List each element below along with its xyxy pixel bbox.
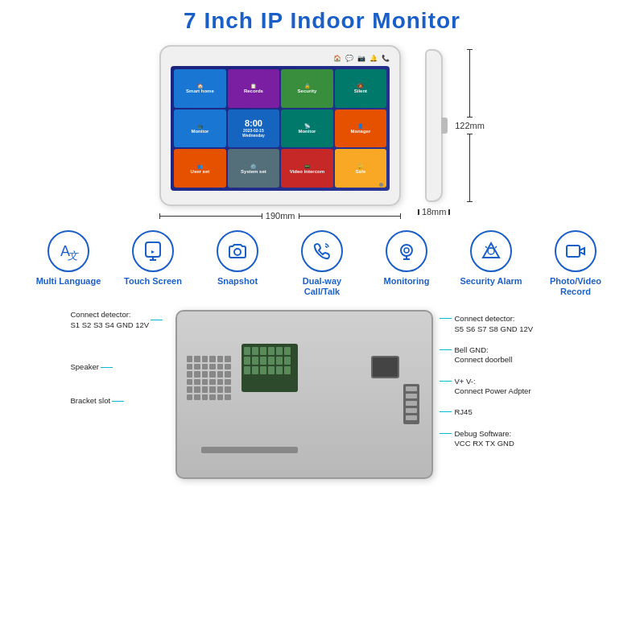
grille-28 — [209, 386, 216, 393]
grille-1 — [187, 356, 193, 362]
connect-detector-left-title: Connect detector: — [71, 310, 150, 320]
monitor-front: 🏠💬📷🔔📞 🏠Smart home 📋Records 🔒Security 🔕Si… — [159, 45, 401, 206]
connector-pin-4 — [406, 408, 417, 413]
grille-17 — [217, 371, 224, 378]
monitor-side-wrap: 122mm 18mm — [425, 49, 485, 217]
tile-smart-home: 🏠Smart home — [174, 69, 226, 108]
annotation-rj45: RJ45 — [440, 407, 574, 417]
translate-icon: A 文 — [57, 240, 80, 262]
grille-18 — [225, 371, 231, 378]
power-detail: Connect Power Adpter — [455, 386, 531, 396]
right-annotations-container: Connect detector: S5 S6 S7 S8 GND 12V Be… — [440, 310, 574, 448]
v-line-top — [469, 49, 470, 118]
back-labels-right: Connect detector: S5 S6 S7 S8 GND 12V Be… — [433, 310, 574, 448]
terminal-pin-12 — [284, 357, 291, 365]
annotation-connect-detector-right: Connect detector: S5 S6 S7 S8 GND 12V — [440, 314, 574, 334]
right-ann-line-5 — [440, 433, 452, 434]
ann-line-right-bracket — [112, 401, 124, 402]
grille-32 — [194, 394, 200, 401]
grille-4 — [209, 356, 216, 362]
top-section: 🏠💬📷🔔📞 🏠Smart home 📋Records 🔒Security 🔕Si… — [0, 39, 644, 221]
connector-pin-2 — [406, 394, 417, 398]
feature-security-alarm: Security Alarm — [453, 230, 530, 287]
svg-point-6 — [488, 248, 494, 254]
svg-point-3 — [234, 249, 241, 255]
ann-line-right-detector — [151, 320, 163, 320]
speaker-grille — [187, 356, 231, 400]
status-bar: 🏠💬📷🔔📞 — [171, 55, 390, 62]
terminal-pin-3 — [260, 347, 266, 355]
svg-line-8 — [485, 246, 487, 248]
debug-title: Debug Software: — [455, 429, 514, 439]
right-ann-line-3 — [440, 381, 452, 382]
terminal-pin-17 — [276, 366, 283, 374]
h-line-right — [299, 216, 402, 217]
tile-video-intercom: 📟Video intercom — [281, 149, 333, 188]
depth-dimension: 18mm — [425, 207, 443, 217]
monitor-side — [425, 49, 443, 202]
h-line-left — [159, 216, 262, 217]
annotation-debug: Debug Software: VCC RX TX GND — [440, 429, 574, 449]
tile-security: 🔒Security — [281, 69, 333, 108]
feature-multi-language: A 文 Multi Language — [31, 230, 107, 287]
annotation-bell-gnd: Bell GND: Connect doorbell — [440, 345, 574, 365]
grille-30 — [225, 386, 231, 393]
connect-detector-right-title: Connect detector: — [455, 314, 534, 324]
grille-31 — [187, 394, 193, 401]
terminal-pin-5 — [276, 347, 283, 355]
terminal-pin-14 — [252, 366, 258, 374]
monitoring-icon-circle — [386, 230, 427, 272]
feature-label-snapshot: Snapshot — [217, 276, 258, 287]
feature-monitoring: Monitoring — [369, 230, 445, 287]
grille-13 — [187, 371, 193, 378]
bell-gnd-title: Bell GND: — [455, 345, 513, 355]
grille-27 — [202, 386, 208, 393]
terminal-pin-7 — [244, 357, 250, 365]
width-dimension: 190mm — [159, 211, 401, 221]
phone-icon — [311, 240, 333, 262]
terminal-pin-6 — [284, 347, 291, 355]
feature-label-multi-language: Multi Language — [36, 276, 101, 287]
alarm-icon — [480, 240, 502, 262]
feature-label-security-alarm: Security Alarm — [460, 276, 522, 287]
feature-label-monitoring: Monitoring — [384, 276, 430, 287]
tile-monitor: 📺Monitor — [174, 109, 226, 148]
terminal-pin-10 — [268, 357, 275, 365]
grille-34 — [209, 394, 216, 401]
grille-7 — [187, 364, 193, 370]
right-ann-line-1 — [440, 318, 452, 319]
grille-20 — [194, 379, 200, 386]
features-row: A 文 Multi Language Touch Screen Snapshot — [0, 221, 644, 303]
tile-user-set: 👥User set — [174, 149, 226, 188]
grille-8 — [194, 364, 200, 370]
feature-label-photo-video-record: Photo/Video Record — [538, 276, 614, 297]
grille-25 — [187, 386, 193, 393]
connect-detector-left-detail: S1 S2 S3 S4 GND 12V — [71, 320, 150, 330]
tile-monitor2: 📡Monitor — [281, 109, 333, 148]
height-dimension: 122mm — [455, 49, 485, 202]
terminal-pin-4 — [268, 347, 275, 355]
touch-screen-icon-circle — [132, 230, 174, 272]
svg-text:文: 文 — [68, 250, 79, 262]
debug-detail: VCC RX TX GND — [455, 439, 514, 448]
connect-detector-right-detail: S5 S6 S7 S8 GND 12V — [455, 324, 534, 334]
camera-icon — [226, 240, 249, 262]
connector-pin-5 — [406, 415, 417, 420]
webcam-icon — [395, 240, 418, 262]
grille-14 — [194, 371, 200, 378]
grille-35 — [217, 394, 224, 401]
bracket-slot-label: Bracket slot — [71, 396, 111, 406]
connector-pin-3 — [406, 401, 417, 406]
tile-silent: 🔕Silent — [335, 69, 387, 108]
feature-label-dual-way-call: Dual-way Call/Talk — [284, 276, 361, 297]
back-connector-strip — [403, 384, 419, 424]
svg-line-9 — [495, 246, 497, 248]
grille-21 — [202, 379, 208, 386]
page-title: 7 Inch IP Indoor Monitor — [0, 0, 644, 39]
terminal-pin-13 — [244, 366, 250, 374]
grille-23 — [217, 379, 224, 386]
terminal-row-3 — [244, 366, 295, 374]
svg-rect-10 — [567, 246, 580, 257]
terminal-block — [242, 344, 298, 392]
terminal-pin-8 — [252, 357, 258, 365]
